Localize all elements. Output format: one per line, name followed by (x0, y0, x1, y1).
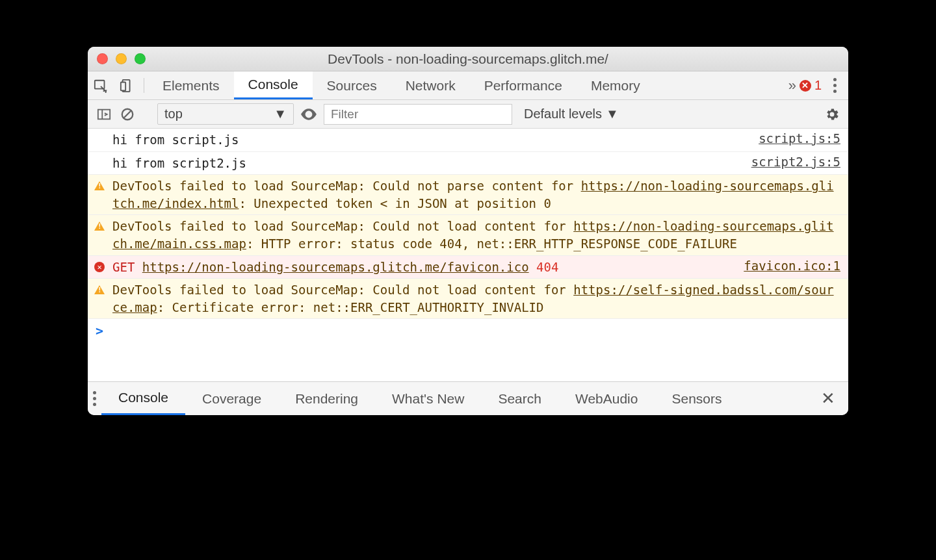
tab-network[interactable]: Network (391, 71, 470, 99)
toggle-console-sidebar-icon[interactable] (96, 106, 112, 123)
chevron-down-icon: ▼ (606, 107, 619, 121)
svg-rect-0 (95, 80, 105, 88)
message-body: DevTools failed to load SourceMap: Could… (112, 281, 840, 316)
live-expression-icon[interactable] (300, 106, 317, 123)
device-toolbar-icon[interactable] (114, 71, 140, 99)
warning-icon (94, 179, 107, 190)
devtools-window: DevTools - non-loading-sourcemaps.glitch… (88, 47, 848, 415)
drawer-tab-sensors[interactable]: Sensors (655, 382, 738, 415)
zoom-window-button[interactable] (135, 53, 146, 64)
tab-performance[interactable]: Performance (470, 71, 577, 99)
message-source-link[interactable]: favicon.ico:1 (744, 259, 840, 273)
clear-console-icon[interactable] (119, 106, 136, 123)
tab-sources[interactable]: Sources (313, 71, 391, 99)
console-prompt[interactable]: > (88, 319, 848, 342)
close-drawer-icon[interactable]: ✕ (808, 382, 848, 415)
traffic-lights (97, 53, 146, 64)
chevron-down-icon: ▼ (274, 107, 287, 121)
minimize-window-button[interactable] (116, 53, 127, 64)
warning-icon (94, 283, 107, 294)
close-window-button[interactable] (97, 53, 108, 64)
console-message: DevTools failed to load SourceMap: Could… (88, 215, 848, 255)
console-toolbar: top ▼ Default levels ▼ (88, 100, 848, 129)
prompt-chevron-icon: > (96, 323, 103, 338)
svg-line-5 (124, 110, 131, 118)
error-icon: ✕ (94, 260, 107, 272)
message-body: hi from script2.js (112, 155, 738, 172)
more-tabs-icon[interactable]: » (788, 77, 793, 94)
context-label: top (164, 107, 183, 121)
levels-label: Default levels (524, 107, 602, 121)
tab-memory[interactable]: Memory (577, 71, 655, 99)
drawer-tab-search[interactable]: Search (481, 382, 558, 415)
execution-context-selector[interactable]: top ▼ (157, 103, 294, 125)
console-message: DevTools failed to load SourceMap: Could… (88, 175, 848, 215)
message-body: DevTools failed to load SourceMap: Could… (112, 218, 840, 252)
message-url-link[interactable]: https://non-loading-sourcemaps.glitch.me… (142, 260, 529, 274)
message-body: DevTools failed to load SourceMap: Could… (112, 177, 840, 212)
console-messages: hi from script.jsscript.js:5hi from scri… (88, 129, 848, 319)
log-levels-selector[interactable]: Default levels ▼ (519, 107, 624, 121)
message-body: hi from script.js (112, 131, 746, 149)
main-menu-icon[interactable] (828, 78, 842, 93)
console-message: DevTools failed to load SourceMap: Could… (88, 279, 848, 319)
spacer (88, 342, 848, 381)
drawer-tab-console[interactable]: Console (101, 382, 185, 415)
drawer-tabs: ConsoleCoverageRenderingWhat's NewSearch… (88, 381, 848, 415)
error-icon: ✕ (800, 80, 811, 92)
svg-point-6 (307, 112, 310, 116)
divider (144, 78, 144, 93)
drawer-menu-icon[interactable] (88, 391, 101, 406)
console-message: hi from script2.jsscript2.js:5 (88, 152, 848, 175)
filter-input[interactable] (324, 104, 512, 125)
message-source-link[interactable]: script2.js:5 (751, 155, 840, 169)
main-tabs: ElementsConsoleSourcesNetworkPerformance… (88, 71, 848, 100)
console-message: ✕GET https://non-loading-sourcemaps.glit… (88, 256, 848, 279)
titlebar: DevTools - non-loading-sourcemaps.glitch… (88, 47, 848, 71)
svg-rect-2 (121, 82, 125, 90)
warning-icon (94, 219, 107, 231)
drawer-tab-rendering[interactable]: Rendering (278, 382, 375, 415)
drawer-tab-webaudio[interactable]: WebAudio (558, 382, 655, 415)
drawer-tab-coverage[interactable]: Coverage (185, 382, 278, 415)
inspect-element-icon[interactable] (88, 71, 114, 99)
message-source-link[interactable]: script.js:5 (759, 131, 840, 146)
error-count-badge[interactable]: ✕ 1 (800, 78, 822, 93)
tab-console[interactable]: Console (234, 71, 313, 99)
console-settings-icon[interactable] (824, 106, 840, 123)
message-body: GET https://non-loading-sourcemaps.glitc… (112, 259, 731, 276)
drawer-tab-what-s-new[interactable]: What's New (375, 382, 481, 415)
window-title: DevTools - non-loading-sourcemaps.glitch… (88, 51, 848, 67)
error-count: 1 (814, 78, 822, 93)
tab-elements[interactable]: Elements (148, 71, 234, 99)
console-message: hi from script.jsscript.js:5 (88, 129, 848, 152)
